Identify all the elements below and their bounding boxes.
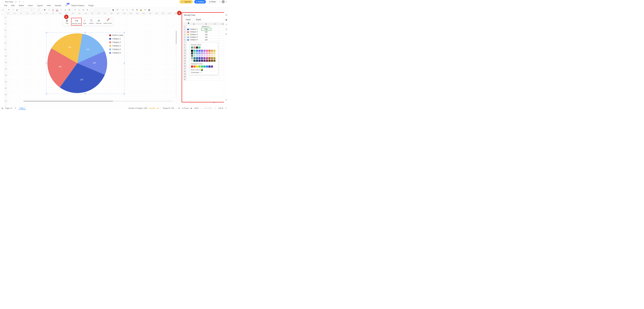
- color-swatch[interactable]: [214, 60, 216, 62]
- color-swatch[interactable]: [208, 57, 210, 59]
- color-swatch[interactable]: [214, 52, 216, 54]
- color-swatch[interactable]: [206, 55, 208, 57]
- save-icon[interactable]: ▢: [15, 1, 16, 3]
- color-swatch[interactable]: [211, 55, 213, 57]
- color-swatch[interactable]: [191, 65, 193, 67]
- themes-icon[interactable]: ▦: [226, 18, 227, 21]
- lock-icon[interactable]: 🔒: [140, 8, 142, 11]
- eyedropper-button[interactable]: Eyedropper💉: [191, 71, 216, 73]
- menu-plugin[interactable]: Plugin: [88, 4, 94, 6]
- color-swatch[interactable]: [194, 65, 196, 67]
- menu-insert[interactable]: Insert: [28, 4, 33, 6]
- pages-icon[interactable]: ▤: [2, 107, 3, 109]
- layer-icon[interactable]: ❐: [116, 8, 118, 11]
- color-swatch[interactable]: [191, 46, 193, 48]
- chart-datatag-button[interactable]: ◔ Data tag: [95, 18, 102, 25]
- color-swatch[interactable]: [211, 60, 213, 62]
- color-swatch[interactable]: [201, 60, 203, 62]
- color-swatch[interactable]: [194, 60, 196, 62]
- export-icon[interactable]: ↗: [18, 1, 20, 3]
- float-pin-icon[interactable]: 📌: [108, 18, 110, 20]
- color-swatch[interactable]: [196, 52, 198, 54]
- fit-icon[interactable]: ⤢: [226, 107, 227, 109]
- canvas-scrollbar-v[interactable]: [176, 30, 177, 97]
- color-swatch[interactable]: [196, 50, 198, 52]
- back-icon[interactable]: 〈: [2, 0, 3, 3]
- color-swatch[interactable]: [201, 50, 203, 52]
- menu-symbol[interactable]: Symbol: [55, 4, 61, 6]
- crop-icon[interactable]: ⧉: [136, 8, 138, 11]
- color-swatch[interactable]: [196, 65, 198, 67]
- color-swatch[interactable]: [206, 60, 208, 62]
- color-swatch[interactable]: [211, 57, 213, 59]
- color-swatch[interactable]: [198, 57, 200, 59]
- color-swatch[interactable]: [194, 57, 196, 59]
- line-color-icon[interactable]: ✎: [82, 8, 84, 11]
- color-swatch[interactable]: [194, 55, 196, 57]
- avatar-chevron-icon[interactable]: ▾: [226, 1, 227, 3]
- notes-icon[interactable]: ☷: [226, 28, 227, 30]
- menu-layout[interactable]: Layout: [37, 4, 42, 6]
- color-swatch[interactable]: [201, 65, 203, 67]
- color-swatch[interactable]: [201, 55, 203, 57]
- ungroup-icon[interactable]: ⊟: [126, 8, 128, 11]
- more-rail-icon[interactable]: ≡: [226, 99, 227, 101]
- color-swatch[interactable]: [198, 65, 200, 67]
- chart-legend-button[interactable]: ⿲ Legend: [88, 18, 95, 25]
- color-swatch[interactable]: [194, 46, 196, 48]
- zoom-in-button[interactable]: ＋: [214, 107, 216, 109]
- menu-select[interactable]: Select: [18, 4, 24, 6]
- collapse-left-icon[interactable]: »: [2, 13, 3, 15]
- color-swatch[interactable]: [204, 60, 206, 62]
- color-swatch[interactable]: [194, 50, 196, 52]
- undo-icon[interactable]: ↶: [8, 8, 10, 11]
- color-swatch[interactable]: [211, 52, 213, 54]
- color-swatch[interactable]: [191, 52, 193, 54]
- color-swatch[interactable]: [206, 65, 208, 67]
- color-swatch[interactable]: [204, 55, 206, 57]
- color-swatch[interactable]: [211, 65, 213, 67]
- color-swatch[interactable]: [198, 52, 200, 54]
- color-swatch[interactable]: [198, 46, 200, 48]
- effects-icon[interactable]: ✦: [132, 8, 134, 11]
- group-icon[interactable]: ⊞: [122, 8, 124, 11]
- color-swatch[interactable]: [204, 57, 206, 59]
- menu-edit[interactable]: Edit: [11, 4, 14, 6]
- chart-style-button[interactable]: ✧ Style: [82, 18, 88, 25]
- share-button[interactable]: ⧉Share: [208, 0, 218, 3]
- color-swatch[interactable]: [214, 55, 216, 57]
- color-swatch[interactable]: [204, 50, 206, 52]
- upgrade-button[interactable]: 🛒Upgrade: [180, 0, 193, 3]
- color-swatch[interactable]: [191, 57, 193, 59]
- bold-icon[interactable]: B: [44, 8, 46, 11]
- shadow-icon[interactable]: ▣: [112, 8, 114, 11]
- tools-icon[interactable]: 🛠: [144, 8, 146, 11]
- color-swatch[interactable]: [214, 57, 216, 59]
- underline-icon[interactable]: U: [52, 8, 54, 11]
- color-swatch[interactable]: [211, 50, 213, 52]
- arrow-end-select[interactable]: →: [105, 8, 110, 11]
- fill-color-icon[interactable]: ◇: [78, 8, 80, 11]
- color-swatch[interactable]: [191, 50, 193, 52]
- color-swatch[interactable]: [208, 60, 210, 62]
- expand-link[interactable]: Expand: [149, 107, 155, 109]
- font-color-icon[interactable]: A: [56, 8, 58, 11]
- align-h-icon[interactable]: ≡: [64, 8, 66, 11]
- format-painter-icon[interactable]: 🖌: [16, 8, 18, 11]
- zoom-pct[interactable]: 141%: [194, 107, 198, 109]
- presentation-icon[interactable]: ▽: [226, 23, 227, 25]
- color-swatch[interactable]: [191, 55, 193, 57]
- float-drag-icon[interactable]: ⋰: [108, 23, 109, 25]
- color-swatch[interactable]: [208, 52, 210, 54]
- text-tool-icon[interactable]: T: [74, 8, 76, 11]
- color-swatch[interactable]: [198, 55, 200, 57]
- color-swatch[interactable]: [196, 46, 198, 48]
- font-size-select[interactable]: ▾: [34, 8, 40, 11]
- export-button[interactable]: Export: [194, 18, 203, 21]
- menu-ai[interactable]: AIhot: [65, 4, 67, 6]
- color-swatch[interactable]: [191, 60, 193, 62]
- manage-data-button[interactable]: ✎▾ Manage Data: [71, 18, 82, 25]
- star-icon[interactable]: ☆: [22, 1, 24, 3]
- add-page-button[interactable]: ＋: [14, 107, 16, 110]
- color-swatch[interactable]: [196, 57, 198, 59]
